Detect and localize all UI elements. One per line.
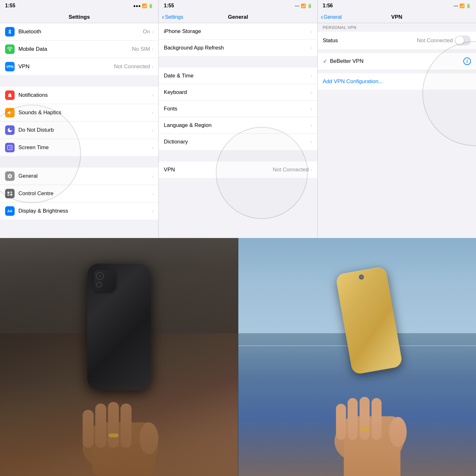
vpn-check-icon: ✓ xyxy=(323,58,327,65)
bluetooth-value: On xyxy=(143,29,150,35)
vpn-info-button[interactable]: i xyxy=(463,57,471,65)
status-bar-3: 1:56 ···· 📶 🔋 xyxy=(318,0,476,11)
mobile-data-chevron: › xyxy=(152,47,154,52)
display-row[interactable]: AA Display & Brightness › xyxy=(0,202,158,220)
sounds-row[interactable]: Sounds & Haptics › xyxy=(0,104,158,122)
back-chevron-3: ‹ xyxy=(321,13,323,21)
separator-v2 xyxy=(318,69,476,73)
vpn-label-general: VPN xyxy=(164,167,273,173)
bluetooth-label: Bluetooth xyxy=(18,29,143,35)
dnd-label: Do Not Disturb xyxy=(18,127,152,133)
camera-lens-gold xyxy=(358,274,365,281)
background-refresh-row[interactable]: Background App Refresh › xyxy=(159,40,317,56)
vpn-status-section: Status Not Connected xyxy=(318,32,476,49)
back-button-3[interactable]: ‹ General xyxy=(321,13,342,21)
vpn-nav-title: VPN xyxy=(391,14,402,20)
info-icon: i xyxy=(466,59,468,64)
wifi-icon-3: 📶 xyxy=(459,3,465,8)
status-value: Not Connected xyxy=(417,37,453,44)
notifications-chevron: › xyxy=(152,93,154,98)
battery-icon-3: 🔋 xyxy=(466,3,471,8)
vpn-panel: 1:56 ···· 📶 🔋 ‹ General VPN PERSONAL VPN… xyxy=(318,0,476,238)
display-icon: AA xyxy=(5,206,15,216)
general-icon xyxy=(5,171,15,181)
general-row[interactable]: General › xyxy=(0,168,158,185)
general-chevron: › xyxy=(152,174,154,179)
fonts-label: Fonts xyxy=(164,106,311,112)
dictionary-chevron: › xyxy=(311,139,312,144)
iphone-storage-label: iPhone Storage xyxy=(164,28,311,35)
signal-dots: ···· xyxy=(295,3,299,8)
personal-vpn-header: PERSONAL VPN xyxy=(318,23,476,32)
nav-bar-1: Settings xyxy=(0,11,158,23)
settings-title: Settings xyxy=(69,14,90,20)
display-chevron: › xyxy=(152,208,154,214)
vpn-icon: VPN xyxy=(5,62,15,71)
dnd-chevron: › xyxy=(152,128,154,133)
screen-time-label: Screen Time xyxy=(18,144,152,151)
nav-bar-2: ‹ Settings General xyxy=(159,11,317,23)
vpn-value-general: Not Connected xyxy=(273,167,309,173)
svg-rect-4 xyxy=(8,195,10,195)
language-region-label: Language & Region xyxy=(164,122,311,129)
general-storage-section: iPhone Storage › Background App Refresh … xyxy=(159,23,317,56)
sounds-label: Sounds & Haptics xyxy=(18,109,152,116)
bluetooth-icon xyxy=(5,27,15,36)
date-time-row[interactable]: Date & Time › xyxy=(159,68,317,84)
status-icons-3: ···· 📶 🔋 xyxy=(454,3,471,8)
dnd-icon xyxy=(5,125,15,135)
control-row[interactable]: Control Centre › xyxy=(0,185,158,202)
vpn-row-general[interactable]: VPN Not Connected › xyxy=(159,162,317,178)
keyboard-row[interactable]: Keyboard › xyxy=(159,84,317,101)
status-icons-2: ···· 📶 🔋 xyxy=(295,3,312,8)
iphone-storage-row[interactable]: iPhone Storage › xyxy=(159,23,317,40)
status-icons-1: ●●● 📶 🔋 xyxy=(133,3,154,8)
vpn-configs-section: ✓ BeBetter VPN i xyxy=(318,53,476,69)
mobile-data-label: Mobile Data xyxy=(18,46,132,52)
keyboard-chevron: › xyxy=(311,90,312,95)
bluetooth-row[interactable]: Bluetooth On › xyxy=(0,23,158,41)
hand-gradient-gold xyxy=(238,417,476,476)
signal-dots-3: ···· xyxy=(454,3,458,8)
camera-lens-2 xyxy=(96,282,102,288)
dictionary-row[interactable]: Dictionary › xyxy=(159,134,317,150)
separator-v1 xyxy=(318,49,476,53)
control-chevron: › xyxy=(152,191,154,196)
notifications-label: Notifications xyxy=(18,92,152,98)
battery-icon-2: 🔋 xyxy=(307,3,312,8)
notifications-row[interactable]: Notifications › xyxy=(0,87,158,104)
control-icon xyxy=(5,189,15,198)
background-refresh-label: Background App Refresh xyxy=(164,45,311,51)
date-time-chevron: › xyxy=(311,73,312,78)
hand-gradient xyxy=(0,381,238,476)
mobile-data-row[interactable]: Mobile Data No SIM › xyxy=(0,41,158,58)
time-2: 1:55 xyxy=(164,3,174,9)
language-region-row[interactable]: Language & Region › xyxy=(159,117,317,134)
keyboard-label: Keyboard xyxy=(164,89,311,96)
general-label: General xyxy=(18,173,152,179)
dictionary-label: Dictionary xyxy=(164,139,311,145)
time-1: 1:55 xyxy=(5,3,15,9)
vpn-chevron: › xyxy=(152,64,154,69)
iphone-storage-chevron: › xyxy=(311,29,312,34)
add-vpn-row[interactable]: Add VPN Configuration... xyxy=(318,73,476,90)
screen-time-row[interactable]: Screen Time › xyxy=(0,139,158,156)
svg-rect-2 xyxy=(10,192,12,193)
back-button-2[interactable]: ‹ Settings xyxy=(162,13,183,21)
screen-time-chevron: › xyxy=(152,145,154,150)
vpn-toggle[interactable] xyxy=(455,36,471,45)
separator-2 xyxy=(0,156,158,168)
svg-rect-3 xyxy=(10,194,12,195)
vpn-row[interactable]: VPN VPN Not Connected › xyxy=(0,58,158,75)
vpn-chevron-general: › xyxy=(311,167,312,172)
fonts-row[interactable]: Fonts › xyxy=(159,101,317,117)
add-vpn-section: Add VPN Configuration... xyxy=(318,73,476,90)
wifi-icon-2: 📶 xyxy=(301,3,306,8)
svg-rect-1 xyxy=(8,192,10,194)
bebetter-vpn-row[interactable]: ✓ BeBetter VPN i xyxy=(318,53,476,69)
status-bar-1: 1:55 ●●● 📶 🔋 xyxy=(0,0,158,11)
back-label-2: Settings xyxy=(165,14,183,20)
settings-general-section: General › Control Centre › AA Display & … xyxy=(0,168,158,220)
do-not-disturb-row[interactable]: Do Not Disturb › xyxy=(0,122,158,139)
settings-panel: 1:55 ●●● 📶 🔋 Settings Bluetooth On › xyxy=(0,0,159,238)
